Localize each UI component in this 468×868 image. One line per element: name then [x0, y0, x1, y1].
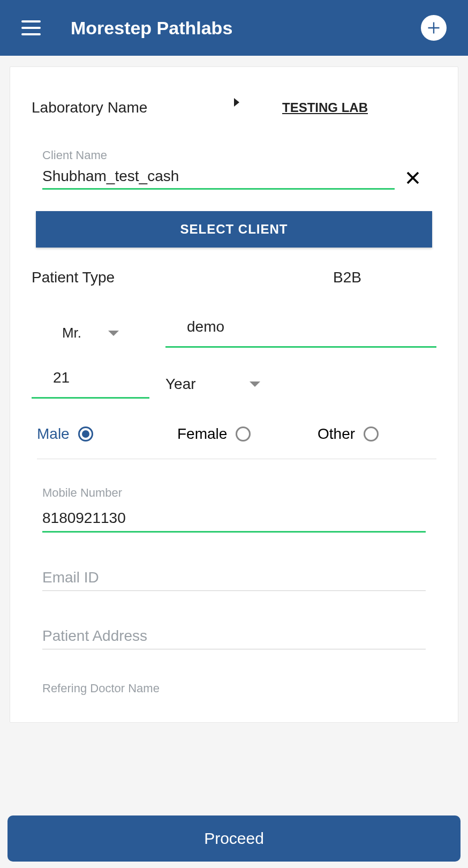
mobile-label: Mobile Number [42, 486, 426, 500]
chevron-down-icon [250, 381, 260, 387]
radio-icon [364, 426, 379, 442]
clear-client-button[interactable] [400, 170, 426, 188]
name-row: Mr. demo [32, 318, 436, 348]
radio-icon [78, 426, 93, 442]
client-name-field: Client Name [42, 148, 426, 190]
gender-label: Male [37, 425, 70, 443]
select-client-button[interactable]: SELECT CLIENT [36, 211, 432, 248]
close-icon [405, 170, 421, 186]
client-name-label: Client Name [42, 148, 426, 162]
chevron-down-icon [108, 331, 119, 336]
menu-icon[interactable] [21, 20, 41, 35]
gender-label: Other [318, 425, 355, 443]
patient-name-input[interactable]: demo [165, 318, 436, 348]
patient-type-label: Patient Type [32, 269, 115, 286]
email-input[interactable] [42, 565, 426, 591]
refdoc-field: Refering Doctor Name [42, 682, 426, 695]
age-unit-select[interactable]: Year [165, 369, 273, 399]
proceed-button[interactable]: Proceed [7, 815, 461, 862]
gender-other-radio[interactable]: Other [318, 425, 436, 443]
age-row: 21 Year [32, 369, 436, 399]
form-card: Laboratory Name TESTING LAB Client Name … [10, 66, 458, 723]
app-header: Morestep Pathlabs [0, 0, 468, 56]
title-select[interactable]: Mr. [32, 318, 149, 348]
patient-type-row: Patient Type B2B [32, 269, 436, 286]
title-value: Mr. [62, 325, 81, 341]
laboratory-row: Laboratory Name TESTING LAB [32, 99, 436, 116]
patient-type-value: B2B [333, 269, 361, 286]
age-input[interactable]: 21 [32, 369, 149, 399]
laboratory-label: Laboratory Name [32, 99, 234, 116]
gender-male-radio[interactable]: Male [37, 425, 156, 443]
caret-right-icon [234, 98, 239, 107]
add-button[interactable] [421, 15, 447, 41]
address-field [42, 623, 426, 649]
laboratory-value[interactable]: TESTING LAB [282, 100, 368, 115]
plus-icon [426, 20, 441, 35]
address-input[interactable] [42, 623, 426, 649]
gender-female-radio[interactable]: Female [177, 425, 296, 443]
radio-icon [236, 426, 251, 442]
mobile-field: Mobile Number [42, 486, 426, 533]
gender-label: Female [177, 425, 227, 443]
email-field [42, 565, 426, 591]
mobile-input[interactable] [42, 505, 426, 533]
gender-row: Male Female Other [37, 425, 436, 459]
client-name-input[interactable] [42, 168, 234, 185]
app-title: Morestep Pathlabs [71, 18, 421, 39]
age-unit-value: Year [165, 376, 196, 393]
refdoc-label: Refering Doctor Name [42, 682, 426, 695]
